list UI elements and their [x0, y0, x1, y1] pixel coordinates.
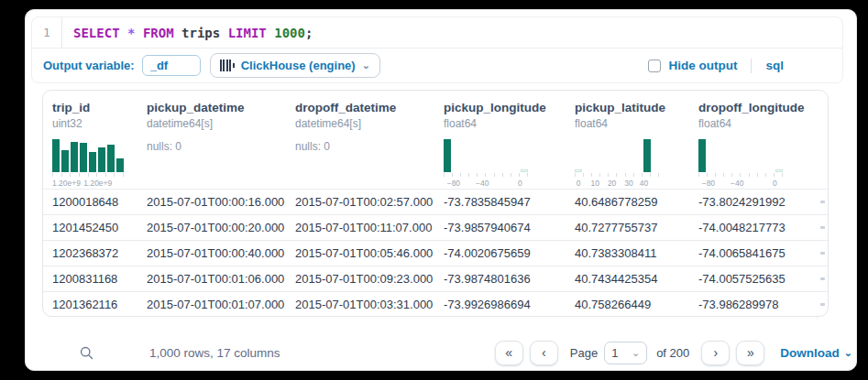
histogram-axis-labels: 1.20e+91.20e+9 [52, 179, 124, 188]
table-cell: 2015-07-01T00:00:40.000 [137, 246, 286, 260]
prev-page-button[interactable]: ‹ [530, 341, 558, 365]
code-token: SELECT [73, 26, 120, 40]
table-cell: -73.9874801636 [434, 272, 566, 286]
histogram-bar [521, 169, 528, 172]
table-cell: -74.0020675659 [434, 246, 566, 260]
column-name[interactable]: dropoff_longitude [698, 101, 808, 114]
page-select[interactable]: 1 ⌄ [604, 342, 647, 364]
histogram-bar [71, 142, 78, 172]
table-cell: 40.7434425354 [566, 272, 689, 286]
clipped-value-fragment [820, 252, 825, 255]
histogram-slot [80, 143, 87, 172]
column-histogram: 010203040 [575, 139, 659, 188]
table-cell: 2015-07-01T00:09:23.000 [286, 272, 434, 286]
column-type: datetime64[s] [147, 117, 282, 130]
hide-output-label[interactable]: Hide output [669, 59, 738, 72]
code-editor[interactable]: 1 SELECT * FROM trips LIMIT 1000; [32, 17, 842, 49]
table-row[interactable]: 12013621162015-07-01T00:01:07.0002015-07… [43, 291, 828, 317]
axis-tick-label: −40 [476, 179, 489, 188]
histogram-ticks [698, 173, 783, 177]
sql-cell: 1 SELECT * FROM trips LIMIT 1000; Output… [31, 16, 843, 83]
column-name[interactable]: pickup_longitude [444, 101, 562, 114]
code-token: * [127, 26, 135, 40]
table-cell-clipped [811, 252, 828, 255]
histogram-bars [444, 139, 528, 172]
column-nulls: nulls: 0 [147, 140, 282, 153]
column-name[interactable]: pickup_latitude [575, 101, 686, 114]
table-cell: 1201452450 [43, 221, 137, 234]
table-header-row: trip_iduint321.20e+91.20e+9pickup_dateti… [43, 91, 828, 189]
histogram-slot [52, 139, 60, 172]
column-histogram: −80−400 [444, 139, 528, 188]
histogram-bar [575, 169, 582, 172]
table-cell: 2015-07-01T00:01:07.000 [137, 298, 286, 311]
next-page-button[interactable]: › [701, 341, 730, 365]
column-nulls: nulls: 0 [295, 140, 431, 153]
histogram-bar [116, 158, 124, 172]
table-cell-clipped [811, 277, 828, 280]
output-variable-input[interactable] [142, 55, 201, 76]
histogram-bars [575, 139, 659, 172]
table-cell: 2015-07-01T00:11:07.000 [286, 221, 434, 234]
column-header: pickup_longitudefloat64−80−400 [434, 91, 566, 189]
histogram-slot [444, 139, 451, 172]
histogram-bars [698, 139, 783, 172]
histogram-ticks [575, 173, 659, 177]
column-name[interactable]: pickup_datetime [147, 101, 282, 114]
table-cell: 2015-07-01T00:01:06.000 [137, 272, 286, 286]
search-icon[interactable] [79, 345, 94, 361]
column-header: dropoff_longitudefloat64−80−400 [689, 91, 811, 189]
code-line[interactable]: SELECT * FROM trips LIMIT 1000; [62, 17, 313, 48]
toolbar-divider [751, 59, 752, 73]
table-cell: 2015-07-01T00:00:20.000 [137, 221, 286, 234]
last-page-button[interactable]: » [736, 341, 764, 365]
table-row[interactable]: 12000186482015-07-01T00:00:16.0002015-07… [43, 189, 828, 214]
column-header: dropoff_datetimedatetime64[s]nulls: 0 [286, 91, 434, 189]
clipped-value-fragment [820, 303, 825, 306]
histogram-ticks [52, 173, 124, 177]
table-cell: -73.7835845947 [434, 195, 566, 209]
code-token: ; [305, 26, 313, 40]
table-cell: -74.0048217773 [689, 221, 811, 234]
table-row[interactable]: 12023683722015-07-01T00:00:40.0002015-07… [43, 240, 828, 266]
histogram-axis-labels: −80−400 [444, 179, 528, 188]
column-name[interactable]: dropoff_datetime [295, 101, 431, 114]
table-body: 12000186482015-07-01T00:00:16.0002015-07… [43, 189, 828, 317]
row-count-summary: 1,000 rows, 17 columns [149, 346, 280, 360]
first-page-button[interactable]: « [495, 341, 523, 365]
table-row[interactable]: 12008311682015-07-01T00:01:06.0002015-07… [43, 266, 828, 291]
histogram-bar [775, 169, 783, 172]
engine-select-button[interactable]: ClickHouse (engine) ⌄ [210, 53, 380, 78]
table-cell-clipped [811, 303, 828, 306]
chevron-down-icon: ⌄ [844, 348, 852, 358]
table-cell: 2015-07-01T00:02:57.000 [286, 195, 434, 209]
histogram-bar [698, 139, 706, 172]
histogram-slot [643, 139, 651, 172]
download-button[interactable]: Download ⌄ [780, 346, 852, 360]
histogram-slot [98, 147, 105, 172]
code-token [267, 26, 274, 40]
table-row[interactable]: 12014524502015-07-01T00:00:20.0002015-07… [43, 214, 828, 240]
language-badge: sql [765, 59, 784, 72]
download-label: Download [780, 346, 840, 360]
table-cell: 1201362116 [43, 298, 137, 311]
column-type: float64 [444, 117, 562, 130]
page-label: Page [570, 346, 598, 360]
clipped-value-fragment [820, 277, 825, 280]
column-histogram: −80−400 [698, 139, 783, 188]
output-variable-label: Output variable: [43, 59, 135, 72]
column-name[interactable]: trip_id [52, 101, 134, 114]
axis-tick-label: 0 [577, 179, 581, 188]
code-token: FROM [143, 26, 174, 40]
notebook-cell-panel: 1 SELECT * FROM trips LIMIT 1000; Output… [25, 9, 857, 371]
column-header: trip_iduint321.20e+91.20e+9 [43, 91, 137, 189]
axis-tick-label: 0 [518, 179, 522, 188]
axis-tick-label: −80 [447, 179, 460, 188]
column-type: float64 [575, 117, 686, 130]
table-cell: 40.7277755737 [566, 221, 689, 234]
hide-output-checkbox[interactable] [648, 60, 661, 72]
table-cell: 1202368372 [43, 246, 137, 260]
table-cell: -74.0057525635 [689, 272, 811, 286]
histogram-slot [71, 142, 78, 172]
table-cell: 40.7383308411 [566, 246, 689, 260]
